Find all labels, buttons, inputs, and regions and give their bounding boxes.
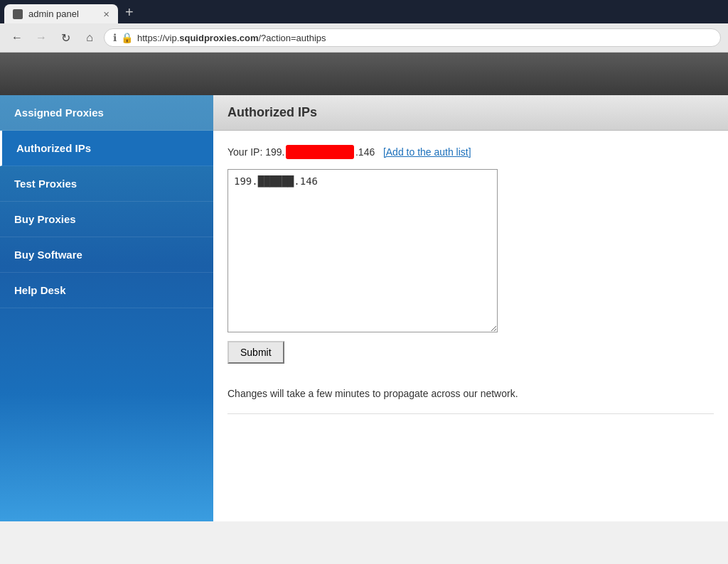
nav-bar: ← → ↻ ⌂ ℹ 🔒 https://vip.squidproxies.com… (0, 23, 728, 53)
ip-redacted: ██████ (286, 145, 354, 159)
tab-close-button[interactable]: × (103, 9, 109, 19)
sidebar-item-label: Test Proxies (14, 178, 77, 190)
sidebar-item-label: Assigned Proxies (14, 107, 104, 119)
sidebar-item-buy-software[interactable]: Buy Software (0, 237, 213, 273)
sidebar-item-buy-proxies[interactable]: Buy Proxies (0, 202, 213, 237)
submit-button[interactable]: Submit (228, 341, 284, 364)
ip-prefix: Your IP: 199. (228, 146, 284, 158)
page-layout: Assigned Proxies Authorized IPs Test Pro… (0, 95, 728, 521)
tab-favicon (13, 9, 23, 19)
sidebar-item-assigned-proxies[interactable]: Assigned Proxies (0, 95, 213, 131)
sidebar-item-label: Buy Software (14, 249, 82, 261)
browser-chrome: admin panel × + ← → ↻ ⌂ ℹ 🔒 https://vip.… (0, 0, 728, 53)
sidebar-item-test-proxies[interactable]: Test Proxies (0, 166, 213, 202)
url-prefix: https://vip. (137, 33, 179, 43)
forward-button[interactable]: → (31, 28, 51, 48)
reload-button[interactable]: ↻ (55, 28, 75, 48)
content-body: Your IP: 199.██████.146 [Add to the auth… (213, 131, 728, 428)
home-button[interactable]: ⌂ (80, 28, 100, 48)
new-tab-button[interactable]: + (118, 4, 141, 21)
sidebar: Assigned Proxies Authorized IPs Test Pro… (0, 95, 213, 521)
ssl-lock-icon: 🔒 (121, 32, 133, 43)
sidebar-item-label: Authorized IPs (16, 142, 91, 154)
note-text: Changes will take a few minutes to propa… (228, 388, 714, 399)
tab-title: admin panel (28, 9, 79, 19)
sidebar-item-authorized-ips[interactable]: Authorized IPs (0, 131, 213, 166)
address-text: https://vip.squidproxies.com/?action=aut… (137, 33, 326, 43)
active-tab[interactable]: admin panel × (4, 4, 118, 23)
sidebar-item-help-desk[interactable]: Help Desk (0, 273, 213, 308)
sidebar-item-label: Buy Proxies (14, 213, 76, 225)
back-button[interactable]: ← (7, 28, 27, 48)
content-header: Authorized IPs (213, 95, 728, 131)
ip-suffix: .146 (355, 146, 375, 158)
address-bar[interactable]: ℹ 🔒 https://vip.squidproxies.com/?action… (104, 28, 721, 47)
page-title: Authorized IPs (228, 105, 714, 120)
tab-bar: admin panel × + (0, 0, 728, 23)
sidebar-item-label: Help Desk (14, 284, 66, 296)
url-domain: squidproxies.com (179, 33, 258, 43)
divider (228, 413, 714, 414)
ip-info: Your IP: 199.██████.146 [Add to the auth… (228, 145, 714, 159)
url-suffix: /?action=authips (259, 33, 326, 43)
main-content: Authorized IPs Your IP: 199.██████.146 [… (213, 95, 728, 521)
site-header (0, 53, 728, 95)
info-icon: ℹ (113, 32, 117, 43)
add-to-auth-list-link[interactable]: [Add to the auth list] (383, 146, 471, 158)
ip-textarea[interactable]: 199.<span style="background:red;color:re… (228, 169, 498, 332)
